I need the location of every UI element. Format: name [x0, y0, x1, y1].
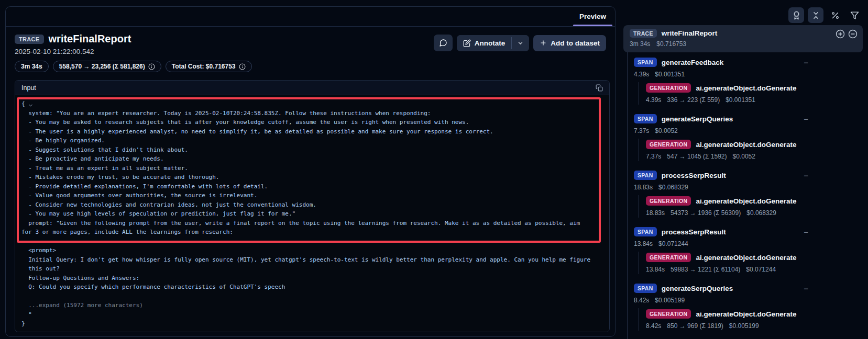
latency-pill: 3m 34s [15, 61, 49, 72]
generation-cost: $0.0052 [733, 153, 755, 160]
span-row[interactable]: SPAN generateFeedback − [634, 56, 809, 68]
tree-span-item: SPAN processSerpResult − 13.84s$0.071244… [623, 222, 868, 278]
tree-generation-item: GENERATION ai.generateObject.doGenerate … [646, 195, 868, 218]
trace-name: writeFinalReport [662, 29, 718, 37]
json-line: Initial Query: I don't get how whisper i… [21, 255, 609, 265]
generation-badge: GENERATION [646, 83, 691, 93]
tree-generation-item: GENERATION ai.generateObject.doGenerate … [646, 308, 868, 331]
generation-row[interactable]: GENERATION ai.generateObject.doGenerate [646, 252, 868, 263]
annotate-split-button: Annotate [457, 35, 530, 51]
json-line: <prompt> [21, 246, 609, 255]
annotate-button[interactable]: Annotate [457, 35, 512, 51]
generation-row[interactable]: GENERATION ai.generateObject.doGenerate [646, 82, 868, 94]
generation-name: ai.generateObject.doGenerate [696, 310, 796, 318]
span-row[interactable]: SPAN generateSerpQueries − [634, 113, 809, 125]
annotate-dropdown-button[interactable] [512, 35, 529, 51]
span-row[interactable]: SPAN processSerpResult − [634, 170, 809, 181]
generation-latency: 13.84s [646, 266, 665, 273]
input-json-viewer[interactable]: { system: "You are an expert researcher.… [15, 95, 609, 332]
json-line: - The user is a highly experienced analy… [21, 127, 609, 137]
span-badge: SPAN [634, 227, 657, 236]
span-name: generateFeedback [662, 59, 724, 66]
trace-cost: $0.716753 [656, 40, 686, 48]
span-name: generateSerpQueries [662, 115, 733, 123]
total-cost-pill[interactable]: Total Cost: $0.716753 [166, 61, 252, 72]
json-line: Follow-up Questions and Answers: [21, 274, 609, 283]
span-collapse-toggle[interactable]: − [803, 172, 809, 179]
json-line: - You may be asked to research subjects … [21, 118, 609, 127]
tree-span-item: SPAN − [623, 335, 868, 339]
span-cost: $0.068329 [658, 184, 688, 191]
generation-badge: GENERATION [646, 309, 691, 319]
span-collapse-toggle[interactable]: − [803, 115, 809, 123]
json-line: for 3 or more pages, include ALL the lea… [21, 228, 609, 237]
tree-generation-item: GENERATION ai.generateObject.doGenerate … [646, 139, 868, 161]
trace-latency: 3m 34s [630, 40, 650, 48]
json-line: prompt: "Given the following prompt from… [21, 219, 609, 228]
span-name: generateSerpQueries [662, 285, 733, 292]
info-icon [148, 63, 155, 70]
chevron-down-icon [517, 40, 524, 47]
generation-row[interactable]: GENERATION ai.generateObject.doGenerate [646, 195, 868, 207]
json-line: - You may use high levels of speculation… [21, 209, 609, 219]
span-metrics: 4.39s$0.001351 [634, 70, 868, 79]
span-badge: SPAN [634, 284, 657, 293]
json-line: - Value good arguments over authorities,… [21, 191, 609, 200]
span-row[interactable]: SPAN generateSerpQueries − [634, 282, 809, 294]
header-actions: Annotate Add to dataset [434, 35, 606, 51]
scores-button[interactable] [788, 7, 804, 23]
expand-all-button[interactable] [836, 29, 845, 39]
collapse-tree-button[interactable] [848, 29, 858, 39]
json-line: - Treat me as an expert in all subject m… [21, 164, 609, 173]
tab-active-indicator [573, 25, 612, 26]
tree-span-item: SPAN generateFeedback − 4.39s$0.001351 G… [623, 52, 868, 109]
generation-tokens: 336 → 223 (Σ 559) [667, 96, 720, 104]
copy-button[interactable] [595, 83, 604, 93]
award-icon [792, 11, 801, 20]
span-collapse-toggle[interactable]: − [803, 228, 809, 236]
trace-badge: TRACE [630, 29, 657, 38]
tab-preview-label: Preview [579, 13, 606, 20]
span-collapse-toggle[interactable]: − [803, 59, 809, 66]
info-icon [239, 63, 246, 70]
span-collapse-toggle[interactable]: − [803, 285, 809, 292]
trace-tree: SPAN generateFeedback − 4.39s$0.001351 G… [623, 52, 868, 339]
filter-button[interactable] [847, 7, 862, 23]
circle-plus-icon [836, 29, 845, 39]
generation-cost: $0.068329 [746, 209, 776, 217]
generation-row[interactable]: GENERATION ai.generateObject.doGenerate [646, 139, 868, 150]
generation-metrics: 18.83s54373 → 1936 (Σ 56309)$0.068329 [646, 208, 868, 218]
generation-row[interactable]: GENERATION ai.generateObject.doGenerate [646, 308, 868, 320]
generation-metrics: 8.42s850 → 969 (Σ 1819)$0.005199 [646, 321, 868, 331]
comment-icon [439, 39, 447, 47]
metrics-toggle-button[interactable] [827, 7, 843, 23]
span-metrics: 18.83s$0.068329 [634, 183, 868, 192]
trace-metrics: 3m 34s $0.716753 [630, 40, 858, 48]
token-usage-pill[interactable]: 558,570 → 23,256 (Σ 581,826) [53, 61, 161, 72]
tree-root-trace-item[interactable]: TRACE writeFinalReport 3m 34s $0.716753 [623, 25, 863, 52]
generation-metrics: 13.84s59883 → 1221 (Σ 61104)$0.071244 [646, 265, 868, 274]
span-children: GENERATION ai.generateObject.doGenerate … [639, 195, 868, 218]
comment-button[interactable] [434, 35, 453, 51]
generation-badge: GENERATION [646, 196, 691, 206]
span-row[interactable]: SPAN processSerpResult − [634, 226, 809, 238]
span-cost: $0.0052 [655, 127, 677, 134]
tree-span-item: SPAN processSerpResult − 18.83s$0.068329… [623, 165, 868, 222]
trace-timestamp: 2025-02-10 21:22:00.542 [15, 48, 252, 55]
input-panel-title: Input [21, 84, 36, 92]
generation-latency: 7.37s [646, 153, 661, 160]
span-children: GENERATION ai.generateObject.doGenerate … [639, 139, 868, 161]
span-children: GENERATION ai.generateObject.doGenerate … [639, 82, 868, 105]
generation-latency: 4.39s [646, 96, 661, 104]
add-to-dataset-button[interactable]: Add to dataset [533, 35, 606, 51]
generation-cost: $0.001351 [726, 96, 755, 104]
plus-icon [540, 39, 547, 47]
span-latency: 7.37s [634, 127, 649, 134]
generation-badge: GENERATION [646, 253, 691, 262]
collapse-chevron-icon[interactable] [28, 101, 34, 110]
percent-icon [831, 11, 840, 20]
tab-preview[interactable]: Preview [572, 7, 613, 26]
collapse-all-button[interactable] [808, 7, 823, 23]
generation-name: ai.generateObject.doGenerate [696, 254, 796, 262]
tree-generation-item: GENERATION ai.generateObject.doGenerate … [646, 82, 868, 105]
